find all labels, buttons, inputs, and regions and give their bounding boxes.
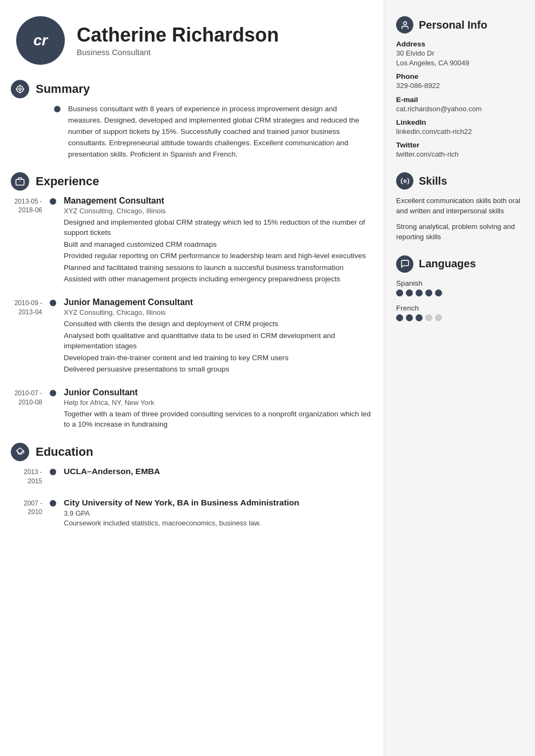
lang-dot-2-1 [396,314,403,321]
address-value: 30 Elvido DrLos Angeles, CA 90049 [396,49,523,68]
header-text: Catherine Richardson Business Consultant [77,24,279,57]
job-title-2: Junior Management Consultant [64,298,373,307]
bullet-2-4: Delivered persuasive presentations to sm… [64,364,373,375]
job-item-3: 2010-07 - 2010-08 Junior Consultant Help… [11,388,373,431]
lang-dot-2-4 [425,314,432,321]
svg-point-8 [403,22,406,25]
svg-point-0 [17,86,23,92]
experience-header: Experience [11,172,373,191]
address-label: Address [396,40,523,48]
job-dot-col-2 [50,298,56,376]
skills-icon [396,172,413,190]
job-item-2: 2010-09 - 2013-04 Junior Management Cons… [11,298,373,376]
job-bullets-2: Consulted with clients the design and de… [64,319,373,375]
lang-dot-1-4 [425,289,432,296]
skill-item-2: Strong analytical, problem solving and r… [396,222,523,242]
edu-content-2: City University of New York, BA in Busin… [64,498,373,529]
language-name-2: French [396,304,523,312]
bullet-1-2: Built and managed customized CRM roadmap… [64,239,373,250]
edu-school-2: City University of New York, BA in Busin… [64,498,373,508]
education-icon [11,443,29,461]
bullet-1-1: Designed and implemented global CRM stra… [64,217,373,238]
job-dot-3 [50,390,56,396]
job-dot-col-3 [50,388,56,431]
job-bullets-3: Together with a team of three provided c… [64,409,373,430]
edu-coursework-2: Coursework included statistics, macroeco… [64,518,373,529]
edu-dot-col-2 [50,498,56,529]
experience-title: Experience [36,174,99,188]
skills-header: Skills [396,172,523,190]
job-company-2: XYZ Consulting, Chicago, Illinois [64,308,373,316]
twitter-value: twitter.com/cath-rich [396,150,523,159]
edu-item-2: 2007 - 2010 City University of New York,… [11,498,373,529]
personal-info-header: Personal Info [396,16,523,33]
job-dot-col-1 [50,196,56,286]
svg-point-9 [404,180,406,182]
bullet-3-1: Together with a team of three provided c… [64,409,373,430]
personal-info-title: Personal Info [419,19,487,31]
svg-point-1 [19,88,22,91]
job-company-1: XYZ Consulting, Chicago, Illinois [64,207,373,215]
summary-text: Business consultant with 8 years of expe… [68,104,373,160]
language-name-1: Spanish [396,279,523,287]
edu-item-1: 2013 - 2015 UCLA–Anderson, EMBA [11,467,373,486]
job-dot-1 [50,198,56,205]
bullet-1-4: Planned and facilitated training session… [64,262,373,273]
edu-content-1: UCLA–Anderson, EMBA [64,467,373,486]
education-header: Education [11,443,373,461]
summary-content: Business consultant with 8 years of expe… [54,104,373,160]
bullet-2-1: Consulted with clients the design and de… [64,319,373,329]
job-title-3: Junior Consultant [64,388,373,397]
summary-header: Summary [11,80,373,98]
edu-dot-1 [50,469,56,475]
full-name: Catherine Richardson [77,24,279,46]
svg-rect-6 [16,179,24,185]
job-bullets-1: Designed and implemented global CRM stra… [64,217,373,285]
lang-dot-1-5 [435,289,442,296]
education-section: Education 2013 - 2015 UCLA–Anderson, EMB… [11,443,373,529]
personal-info-icon [396,16,413,33]
linkedin-label: LinkedIn [396,118,523,126]
experience-icon [11,172,29,191]
linkedin-value: linkedin.com/cath-rich22 [396,127,523,137]
job-item-1: 2013-05 - 2018-06 Management Consultant … [11,196,373,286]
lang-dot-1-2 [406,289,413,296]
language-dots-2 [396,314,523,321]
lang-dot-1-1 [396,289,403,296]
education-title: Education [36,445,93,459]
bullet-2-3: Developed train-the-trainer content and … [64,353,373,363]
job-date-1: 2013-05 - 2018-06 [11,196,50,286]
edu-dot-2 [50,500,56,507]
summary-title: Summary [36,82,90,96]
summary-section: Summary Business consultant with 8 years… [11,80,373,160]
phone-value: 329-086-8922 [396,81,523,91]
edu-date-1: 2013 - 2015 [11,467,50,486]
edu-gpa-2: 3.9 GPA [64,509,373,519]
language-item-1: Spanish [396,279,523,296]
lang-dot-2-2 [406,314,413,321]
languages-header: Languages [396,255,523,273]
right-column: Personal Info Address 30 Elvido DrLos An… [384,0,535,756]
languages-section: Languages Spanish French [396,255,523,321]
lang-dot-2-3 [416,314,423,321]
bullet-1-3: Provided regular reporting on CRM perfor… [64,251,373,261]
email-value: cat.richardson@yahoo.com [396,104,523,114]
job-date-2: 2010-09 - 2013-04 [11,298,50,376]
experience-section: Experience 2013-05 - 2018-06 Management … [11,172,373,431]
edu-school-1: UCLA–Anderson, EMBA [64,467,373,476]
phone-label: Phone [396,72,523,80]
job-title-1: Management Consultant [64,196,373,206]
languages-title: Languages [419,258,476,270]
skill-item-1: Excellent communication skills both oral… [396,196,523,217]
edu-date-2: 2007 - 2010 [11,498,50,529]
summary-icon [11,80,29,98]
job-title: Business Consultant [77,48,279,57]
left-column: cr Catherine Richardson Business Consult… [0,0,384,756]
bullet-2-2: Analysed both qualitative and quantitati… [64,330,373,352]
skills-title: Skills [419,175,447,187]
job-date-3: 2010-07 - 2010-08 [11,388,50,431]
job-content-2: Junior Management Consultant XYZ Consult… [64,298,373,376]
avatar: cr [16,16,65,65]
job-company-3: Help for Africa, NY, New York [64,399,373,407]
job-dot-2 [50,300,56,306]
